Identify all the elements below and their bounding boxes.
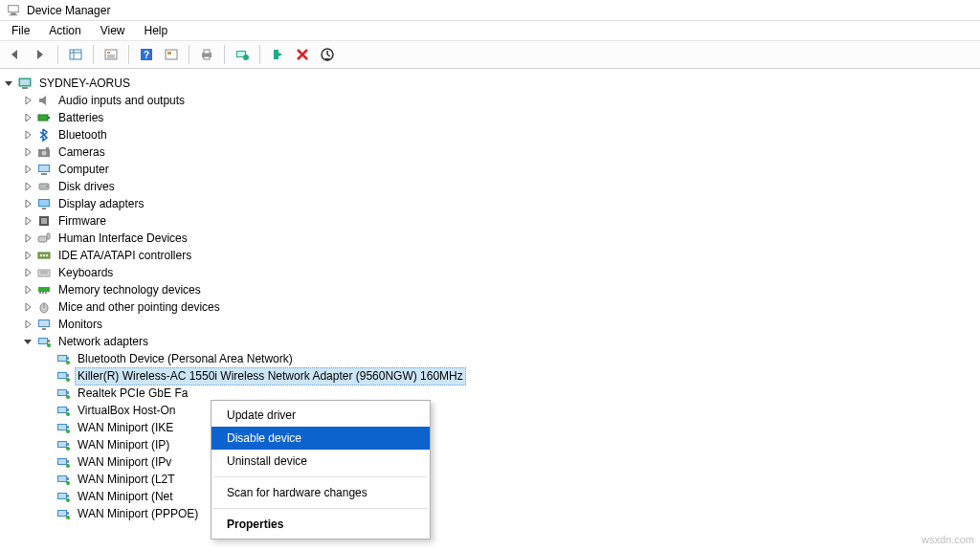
tree-label: WAN Miniport (IPv	[75, 454, 174, 471]
svg-point-97	[66, 498, 70, 502]
twisty-icon[interactable]	[21, 180, 34, 193]
tree-category[interactable]: Audio inputs and outputs	[2, 92, 980, 109]
tree-label: Disk drives	[56, 179, 118, 195]
menu-view[interactable]: View	[93, 22, 133, 39]
menu-action[interactable]: Action	[41, 22, 88, 39]
twisty-icon[interactable]	[21, 94, 34, 107]
tree-device[interactable]: Killer(R) Wireless-AC 1550i Wireless Net…	[2, 367, 980, 385]
twisty-icon[interactable]	[21, 163, 34, 176]
svg-rect-72	[67, 391, 69, 394]
context-menu-item[interactable]: Disable device	[212, 427, 430, 450]
keyboard-icon	[36, 265, 52, 280]
svg-rect-79	[58, 425, 66, 430]
tree-category[interactable]: Memory technology devices	[2, 281, 980, 298]
tree-label: WAN Miniport (PPPOE)	[75, 506, 201, 522]
svg-rect-59	[39, 339, 47, 343]
twisty-icon[interactable]	[21, 283, 34, 297]
svg-point-85	[66, 447, 70, 451]
tree-label: Network adapters	[56, 334, 151, 350]
help-icon[interactable]: ?	[135, 43, 158, 66]
twisty-icon[interactable]	[21, 266, 34, 279]
svg-point-65	[66, 361, 70, 364]
tree-label: Cameras	[56, 144, 108, 161]
print-icon[interactable]	[195, 43, 218, 66]
tree-category[interactable]: Computer	[2, 161, 980, 178]
tree-category[interactable]: Batteries	[2, 109, 980, 126]
twisty-icon[interactable]	[21, 145, 34, 159]
tree-label: Monitors	[56, 317, 105, 333]
twisty-icon[interactable]	[21, 231, 34, 245]
twisty-icon[interactable]	[21, 300, 34, 314]
svg-rect-13	[167, 52, 171, 55]
twisty-icon[interactable]	[21, 111, 34, 124]
nic-icon	[56, 420, 71, 435]
twisty-icon[interactable]	[21, 249, 34, 262]
disable-icon[interactable]	[291, 43, 314, 66]
twisty-icon[interactable]	[21, 214, 34, 228]
context-menu-item[interactable]: Properties	[212, 513, 430, 536]
tree-root[interactable]: SYDNEY-AORUS	[2, 75, 980, 92]
twisty-icon[interactable]	[21, 335, 34, 348]
enable-icon[interactable]	[266, 43, 289, 66]
twisty-icon[interactable]	[21, 197, 34, 210]
tree-category[interactable]: Mice and other pointing devices	[2, 298, 980, 316]
tree-device[interactable]: WAN Miniport (IPv	[2, 453, 980, 471]
nic-icon	[56, 437, 71, 452]
tree-label: Audio inputs and outputs	[56, 93, 188, 109]
context-menu-item[interactable]: Uninstall device	[212, 450, 430, 473]
ide-icon	[36, 248, 52, 263]
forward-icon[interactable]	[29, 43, 52, 66]
tree-category[interactable]: Display adapters	[2, 195, 980, 212]
tree-device[interactable]: WAN Miniport (IKE	[2, 419, 980, 436]
svg-rect-39	[41, 218, 47, 224]
svg-rect-57	[42, 328, 46, 330]
toolbar-sep	[57, 45, 58, 64]
svg-rect-67	[58, 373, 66, 378]
tree-device[interactable]: Bluetooth Device (Personal Area Network)	[2, 350, 980, 367]
action-icon[interactable]	[160, 43, 183, 66]
tree-category[interactable]: Disk drives	[2, 178, 980, 195]
svg-rect-84	[67, 443, 69, 446]
tree-device[interactable]: WAN Miniport (PPPOE)	[2, 505, 980, 522]
tree-device[interactable]: Realtek PCIe GbE Fa	[2, 385, 980, 402]
tree-category[interactable]: Cameras	[2, 143, 980, 161]
camera-icon	[36, 144, 52, 160]
svg-rect-37	[42, 208, 46, 209]
tree-category[interactable]: Human Interface Devices	[2, 230, 980, 247]
twisty-icon[interactable]	[21, 318, 34, 331]
svg-rect-64	[67, 357, 69, 360]
uninstall-icon[interactable]	[316, 43, 339, 66]
svg-rect-56	[39, 320, 49, 326]
svg-rect-31	[39, 165, 49, 171]
update-driver-icon[interactable]	[231, 43, 254, 66]
tree-category[interactable]: Monitors	[2, 316, 980, 333]
svg-rect-1	[11, 12, 15, 14]
tree-device[interactable]: VirtualBox Host-On	[2, 402, 980, 419]
svg-point-69	[66, 378, 70, 382]
twisty-icon[interactable]	[2, 77, 15, 90]
show-hidden-icon[interactable]	[64, 43, 87, 66]
tree-category[interactable]: Bluetooth	[2, 126, 980, 143]
svg-rect-41	[47, 233, 50, 239]
svg-rect-36	[39, 200, 49, 206]
tree-device[interactable]: WAN Miniport (Net	[2, 488, 980, 505]
tree-category[interactable]: IDE ATA/ATAPI controllers	[2, 247, 980, 264]
context-menu-item[interactable]: Update driver	[212, 404, 430, 427]
context-menu-item[interactable]: Scan for hardware changes	[212, 481, 430, 504]
tree-label: Computer	[56, 162, 112, 178]
device-tree[interactable]: SYDNEY-AORUSAudio inputs and outputsBatt…	[0, 69, 980, 551]
toolbar-sep	[128, 45, 129, 64]
context-menu-separator	[213, 508, 428, 509]
tree-device[interactable]: WAN Miniport (L2T	[2, 471, 980, 488]
twisty-icon[interactable]	[21, 128, 34, 142]
tree-device[interactable]: WAN Miniport (IP)	[2, 436, 980, 453]
menu-file[interactable]: File	[4, 22, 37, 39]
tree-category[interactable]: Network adapters	[2, 333, 980, 350]
tree-category[interactable]: Firmware	[2, 212, 980, 230]
back-icon[interactable]	[4, 43, 27, 66]
tree-label: Realtek PCIe GbE Fa	[75, 386, 190, 402]
properties-pane-icon[interactable]	[100, 43, 122, 66]
tree-category[interactable]: Keyboards	[2, 264, 980, 281]
watermark: wsxdn.com	[922, 534, 974, 545]
menu-help[interactable]: Help	[137, 22, 176, 39]
